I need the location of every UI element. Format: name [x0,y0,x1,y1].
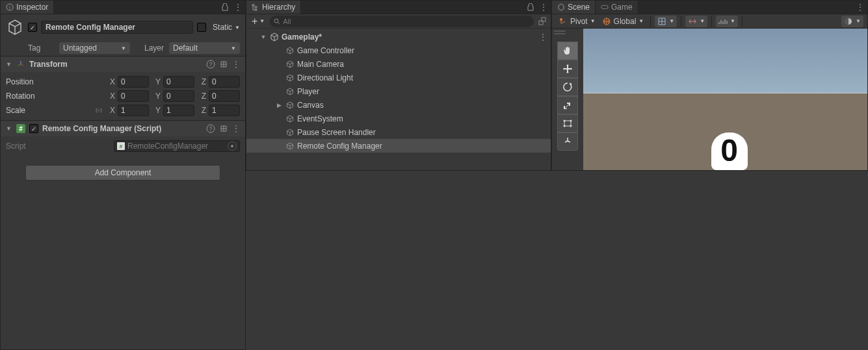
lock-icon[interactable] [219,1,231,13]
scene-tab-bar: Scene Game ⋮ [552,1,867,14]
transform-header[interactable]: ▼ Transform ? ⋮ [1,56,245,72]
search-input[interactable] [283,18,530,25]
transform-component: ▼ Transform ? ⋮ Position X0 Y0 Z0 [1,56,245,120]
tag-dropdown[interactable]: Untagged▼ [59,42,130,54]
hierarchy-item[interactable]: Directional Light [246,71,551,84]
hierarchy-item[interactable]: ▶Canvas [246,98,551,112]
svg-point-5 [560,18,562,21]
preset-icon[interactable] [219,124,228,133]
foldout-arrow-icon[interactable]: ▼ [6,61,12,68]
component-title: Remote Config Manager (Script) [42,124,202,133]
kebab-icon[interactable]: ⋮ [854,1,866,13]
move-tool[interactable] [557,60,578,78]
grid-snap-button[interactable]: ▼ [655,16,677,27]
foldout-arrow-icon[interactable]: ▼ [259,34,267,40]
script-file-icon: # [117,142,125,150]
scene-3d-view[interactable]: 0 [583,29,867,170]
draw-mode-button[interactable]: ▼ [716,16,738,27]
position-x-field[interactable]: 0 [118,76,149,88]
svg-line-1 [278,22,280,24]
rotation-z-field[interactable]: 0 [209,90,240,102]
hand-tool[interactable] [557,42,578,60]
gameobject-icon [285,87,295,96]
scene-object: 0 [711,132,748,170]
create-dropdown[interactable]: +▼ [249,16,267,27]
shading-mode-button[interactable]: ▼ [841,16,863,27]
scene-tab[interactable]: Scene [552,1,596,14]
scale-z-field[interactable]: 1 [209,105,240,116]
scale-x-field[interactable]: 1 [118,105,149,116]
hierarchy-item[interactable]: EventSystem [246,112,551,125]
component-title: Transform [29,60,202,69]
transform-icon [16,60,25,69]
component-enabled-checkbox[interactable]: ✓ [29,124,38,133]
layer-dropdown[interactable]: Default▼ [169,42,240,54]
rect-tool[interactable] [557,114,578,132]
rotation-row: Rotation X0 Y0 Z0 [6,89,240,103]
kebab-icon[interactable]: ⋮ [232,60,240,69]
game-tab[interactable]: Game [596,1,638,14]
script-component-header[interactable]: ▼ # ✓ Remote Config Manager (Script) ? ⋮ [1,121,245,136]
gameobject-icon [285,128,295,137]
help-icon[interactable]: ? [206,124,215,133]
rotation-label: Rotation [6,92,103,101]
foldout-arrow-icon[interactable]: ▶ [275,102,283,108]
svg-point-0 [274,19,278,23]
gameobject-header: ✓ Remote Config Manager Static▼ [1,14,245,40]
hierarchy-item[interactable]: Player [246,84,551,98]
lock-icon[interactable] [525,1,536,13]
snap-increment-button[interactable]: ▼ [685,16,707,27]
hierarchy-item[interactable]: Remote Config Manager [246,139,551,153]
script-object-field[interactable]: # RemoteConfigManager [114,140,240,152]
item-label: Main Camera [297,60,344,69]
kebab-icon[interactable]: ⋮ [232,124,240,133]
tag-layer-row: Tag Untagged▼ Layer Default▼ [1,40,245,56]
global-dropdown[interactable]: Global ▼ [599,16,647,27]
hierarchy-item[interactable]: Game Controller [246,44,551,57]
pivot-dropdown[interactable]: Pivot ▼ [556,16,598,27]
svg-text:?: ? [209,125,212,132]
rotation-x-field[interactable]: 0 [118,90,149,102]
preset-icon[interactable] [219,60,228,69]
add-component-button[interactable]: Add Component [25,165,220,181]
unity-scene-icon [270,32,279,42]
kebab-icon[interactable]: ⋮ [232,1,244,13]
position-label: Position [6,77,103,86]
foldout-arrow-icon[interactable]: ▼ [6,125,12,132]
scene-filter-icon[interactable] [536,16,548,27]
hierarchy-search[interactable] [270,16,534,27]
gameobject-icon [285,46,295,55]
kebab-icon[interactable]: ⋮ [538,1,549,13]
scale-row: Scale X1 Y1 Z1 [6,103,240,118]
scene-viewport[interactable]: 0 [552,29,867,170]
pivot-icon [559,17,568,26]
hierarchy-tab[interactable]: Hierarchy [246,1,301,14]
kebab-icon[interactable]: ⋮ [539,32,547,42]
object-picker-icon[interactable] [228,142,237,151]
tab-label: Scene [568,3,590,12]
rotate-tool[interactable] [557,78,578,96]
gameobject-icon[interactable] [6,18,24,36]
static-dropdown[interactable]: Static▼ [210,23,240,32]
constrain-proportions-icon[interactable] [94,106,103,115]
scene-root[interactable]: ▼ Gameplay* ⋮ [246,30,551,44]
scale-tool[interactable] [557,96,578,114]
hierarchy-item[interactable]: Pause Screen Handler [246,125,551,139]
inspector-tab[interactable]: i Inspector [1,1,54,14]
active-checkbox[interactable]: ✓ [28,23,37,32]
position-z-field[interactable]: 0 [209,76,240,88]
transform-tool[interactable] [557,132,578,151]
position-row: Position X0 Y0 Z0 [6,75,240,89]
position-y-field[interactable]: 0 [163,76,194,88]
hierarchy-item[interactable]: Main Camera [246,57,551,71]
scene-tab-icon [557,3,565,11]
rotation-y-field[interactable]: 0 [163,90,194,102]
hierarchy-tab-bar: Hierarchy ⋮ [246,1,551,14]
search-icon [274,18,280,25]
svg-rect-4 [601,5,608,8]
scale-y-field[interactable]: 1 [163,105,194,116]
help-icon[interactable]: ? [206,60,215,69]
gameobject-name-field[interactable]: Remote Config Manager [41,21,193,34]
svg-point-10 [570,120,572,122]
static-checkbox[interactable] [197,23,206,32]
